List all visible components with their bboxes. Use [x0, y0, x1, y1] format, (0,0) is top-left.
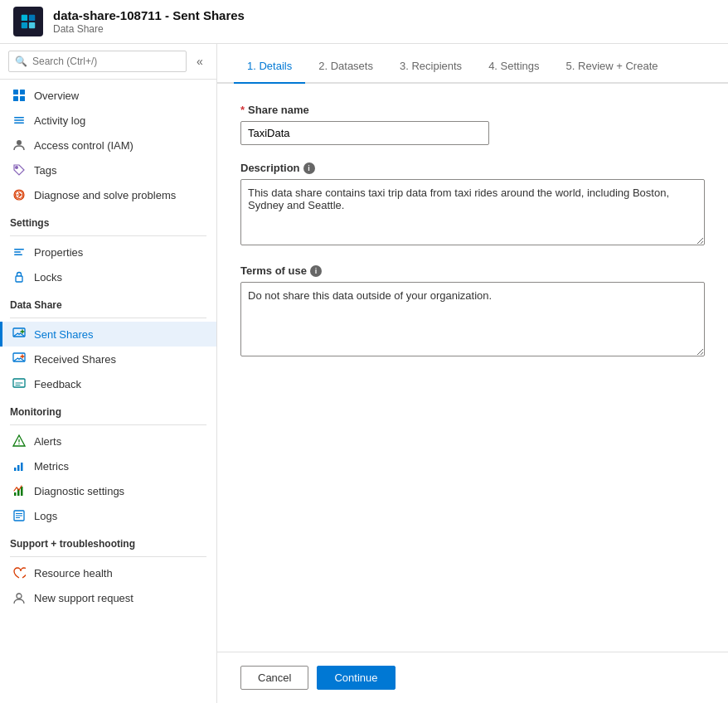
- sidebar-item-label-feedback: Feedback: [34, 378, 206, 390]
- metrics-icon: [12, 459, 26, 473]
- feedback-icon: [12, 377, 26, 390]
- sidebar-item-metrics[interactable]: Metrics: [0, 453, 216, 478]
- logs-icon: [12, 509, 26, 522]
- sidebar-item-diagnose[interactable]: Diagnose and solve problems: [0, 182, 216, 207]
- access-control-icon: [12, 138, 26, 152]
- required-indicator: *: [240, 104, 245, 116]
- collapse-button[interactable]: «: [192, 53, 208, 70]
- sidebar-item-overview[interactable]: Overview: [0, 83, 216, 108]
- main-layout: 🔍 « Overview Activity log: [0, 44, 728, 703]
- sidebar-item-new-support-request[interactable]: New support request: [0, 585, 216, 610]
- tabs-bar: 1. Details 2. Datasets 3. Recipients 4. …: [217, 44, 728, 84]
- sidebar-item-label-activity-log: Activity log: [34, 114, 206, 127]
- svg-rect-6: [13, 96, 18, 101]
- sidebar-item-logs[interactable]: Logs: [0, 503, 216, 528]
- svg-point-21: [18, 444, 19, 444]
- overview-icon: [12, 89, 26, 102]
- terms-label: Terms of use i: [240, 264, 705, 277]
- terms-info-icon[interactable]: i: [310, 265, 322, 277]
- sidebar-item-resource-health[interactable]: Resource health: [0, 560, 216, 585]
- section-header-settings: Settings: [0, 207, 216, 232]
- svg-rect-14: [14, 251, 21, 253]
- support-divider: [10, 556, 206, 557]
- sidebar-item-label-diagnostic-settings: Diagnostic settings: [34, 485, 206, 497]
- sidebar-item-sent-shares[interactable]: Sent Shares: [0, 322, 216, 347]
- app-icon: [13, 7, 43, 36]
- page-title: data-share-108711 - Sent Shares: [53, 8, 245, 22]
- sidebar-item-label-sent-shares: Sent Shares: [34, 328, 206, 341]
- tab-details[interactable]: 1. Details: [234, 50, 305, 84]
- sidebar: 🔍 « Overview Activity log: [0, 44, 217, 703]
- form-footer: Cancel Continue: [217, 652, 728, 703]
- tab-datasets[interactable]: 2. Datasets: [305, 50, 386, 84]
- terms-textarea[interactable]: Do not share this data outside of your o…: [240, 282, 705, 356]
- received-shares-icon: [12, 352, 26, 366]
- search-input[interactable]: [8, 51, 187, 72]
- sidebar-item-label-resource-health: Resource health: [34, 567, 206, 579]
- terms-field: Terms of use i Do not share this data ou…: [240, 264, 705, 359]
- svg-point-12: [15, 166, 18, 169]
- top-header: data-share-108711 - Sent Shares Data Sha…: [0, 0, 728, 44]
- svg-rect-16: [16, 276, 22, 282]
- tab-review-create[interactable]: 5. Review + Create: [553, 50, 672, 84]
- sidebar-item-label-properties: Properties: [34, 246, 206, 259]
- share-name-label: * Share name: [240, 104, 705, 116]
- sidebar-item-tags[interactable]: Tags: [0, 158, 216, 182]
- properties-icon: [12, 245, 26, 259]
- tab-recipients[interactable]: 3. Recipients: [386, 50, 475, 84]
- svg-rect-24: [21, 463, 23, 471]
- alerts-icon: [12, 434, 26, 448]
- sidebar-item-feedback[interactable]: Feedback: [0, 371, 216, 396]
- sidebar-item-label-new-support-request: New support request: [34, 592, 206, 604]
- new-support-request-icon: [12, 591, 26, 604]
- settings-divider: [10, 235, 206, 236]
- sidebar-item-access-control[interactable]: Access control (IAM): [0, 133, 216, 158]
- description-textarea[interactable]: This data share contains taxi trip data …: [240, 179, 705, 245]
- sidebar-item-label-overview: Overview: [34, 90, 206, 102]
- svg-rect-2: [22, 22, 27, 28]
- tab-settings[interactable]: 4. Settings: [475, 50, 552, 84]
- svg-rect-25: [14, 492, 17, 496]
- section-header-monitoring: Monitoring: [0, 396, 216, 421]
- data-share-divider: [10, 318, 206, 318]
- sidebar-item-label-access-control: Access control (IAM): [34, 139, 206, 152]
- sidebar-item-diagnostic-settings[interactable]: Diagnostic settings: [0, 478, 216, 503]
- share-name-field: * Share name: [240, 104, 705, 145]
- tags-icon: [12, 163, 26, 177]
- svg-rect-9: [14, 119, 24, 121]
- form-content: * Share name Description i This data sha…: [217, 84, 728, 652]
- sidebar-item-activity-log[interactable]: Activity log: [0, 108, 216, 133]
- content-area: 1. Details 2. Datasets 3. Recipients 4. …: [217, 44, 728, 703]
- section-header-data-share: Data Share: [0, 289, 216, 314]
- search-icon: 🔍: [15, 56, 27, 67]
- svg-rect-22: [14, 468, 17, 471]
- sidebar-item-received-shares[interactable]: Received Shares: [0, 347, 216, 371]
- svg-rect-23: [17, 465, 20, 471]
- svg-rect-13: [14, 249, 24, 250]
- search-box: 🔍 «: [0, 44, 216, 80]
- svg-rect-5: [20, 90, 25, 95]
- header-text: data-share-108711 - Sent Shares Data Sha…: [53, 8, 245, 35]
- activity-log-icon: [12, 114, 26, 127]
- sidebar-item-alerts[interactable]: Alerts: [0, 429, 216, 453]
- description-label: Description i: [240, 162, 705, 174]
- sidebar-item-locks[interactable]: Locks: [0, 264, 216, 289]
- cancel-button[interactable]: Cancel: [240, 666, 308, 690]
- sidebar-item-properties[interactable]: Properties: [0, 240, 216, 264]
- diagnose-icon: [12, 188, 26, 201]
- svg-rect-1: [29, 15, 35, 21]
- share-name-input[interactable]: [240, 121, 489, 145]
- svg-rect-7: [20, 96, 25, 101]
- svg-point-32: [17, 594, 22, 599]
- description-info-icon[interactable]: i: [303, 162, 315, 174]
- svg-rect-27: [21, 487, 23, 496]
- sidebar-nav: Overview Activity log Access control (IA…: [0, 80, 216, 703]
- sidebar-item-label-locks: Locks: [34, 271, 206, 284]
- svg-rect-3: [29, 22, 35, 28]
- svg-rect-4: [13, 90, 18, 95]
- continue-button[interactable]: Continue: [317, 666, 395, 690]
- diagnostic-settings-icon: [12, 484, 26, 497]
- resource-health-icon: [12, 566, 26, 579]
- monitoring-divider: [10, 424, 206, 425]
- sidebar-item-label-logs: Logs: [34, 510, 206, 522]
